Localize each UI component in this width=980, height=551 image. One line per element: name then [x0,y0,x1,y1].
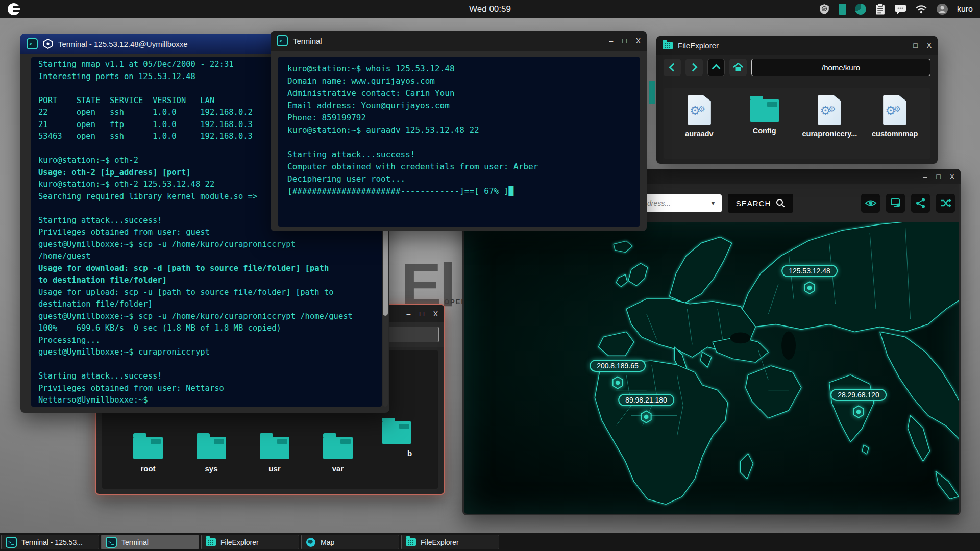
map-pin[interactable]: 89.98.21.180 [618,394,674,423]
map-pin[interactable]: 125.53.12.48 [781,265,838,294]
folder-item[interactable]: usr [243,433,306,473]
file-item[interactable]: ⚙⚙ curaproniccry... [797,95,863,159]
terminal-line: kuro@station:~$ whois 125.53.12.48 [287,63,630,75]
share-network-button[interactable] [911,194,930,213]
close-button[interactable]: X [433,310,438,317]
file-item[interactable]: ⚙⚙ auraadv [667,95,732,159]
terminal-line [38,359,375,371]
folder-item-partial[interactable]: b [382,417,411,444]
home-button[interactable] [729,59,747,76]
folder-icon [663,42,673,49]
home-icon [733,63,743,72]
close-button[interactable]: X [636,37,641,44]
map-pin[interactable]: 200.8.189.65 [590,360,646,389]
up-button[interactable] [707,59,725,76]
terminal-line: Computer obtained with credentials from … [287,161,630,173]
folder-icon [382,421,411,444]
terminal-window: >_ Terminal – □ X kuro@station:~$ whois … [271,31,647,231]
wifi-icon[interactable] [915,4,927,14]
terminal-line: guest@Uymillboxxe:~$ scp -u /home/kuro/c… [38,239,375,251]
minimize-button[interactable]: – [406,310,410,317]
terminal-line: Privileges obtained from user: Nettarso [38,383,375,395]
terminal-line: guest@Uymillboxxe:~$ curaproniccrypt [38,346,375,359]
close-button[interactable]: X [950,173,954,180]
folder-item[interactable]: sys [180,433,243,473]
terminal-line: Domain name: www.qurijayos.com [287,75,630,87]
terminal-icon: >_ [6,537,17,548]
folder-item[interactable]: root [116,433,180,473]
terminal-output[interactable]: kuro@station:~$ whois 125.53.12.48 Domai… [278,57,640,227]
shuffle-icon [940,197,952,209]
file-explorer-toolbar: /home/kuro [656,55,938,79]
battery-icon[interactable] [839,4,846,15]
terminal-line: Starting attack...success! [287,148,630,161]
path-field[interactable]: /home/kuro [751,59,930,76]
chevron-left-icon [669,63,678,72]
folder-label: b [407,449,412,458]
map-pin[interactable]: 28.29.68.120 [830,389,887,418]
system-topbar: Wed 00:59 kuro [0,0,980,18]
search-icon [776,198,785,208]
terminal-line: Phone: 859199792 [287,112,630,124]
terminal-line: Processing... [38,335,375,347]
background-folder-tab [649,81,655,104]
terminal-icon: >_ [27,38,38,49]
minimize-button[interactable]: – [900,42,904,49]
folder-icon [260,437,289,459]
folder-grid: root sys usr var [116,433,370,473]
hexagon-node-icon [640,410,652,423]
file-panel[interactable]: ⚙⚙ auraadv Config ⚙⚙ curaproniccry... ⚙⚙… [664,88,930,159]
security-shield-icon[interactable] [819,4,830,15]
shuffle-route-button[interactable] [936,194,955,213]
terminal-line: Administrative contact: Carin Youn [287,87,630,99]
window-titlebar[interactable]: >_ Terminal – □ X [271,31,647,51]
file-item[interactable]: ⚙⚙ customnmap [862,95,927,159]
resource-pie-icon[interactable] [855,4,866,15]
ip-badge[interactable]: 89.98.21.180 [618,394,674,406]
close-button[interactable]: X [927,42,932,49]
minimize-button[interactable]: – [923,173,927,180]
window-titlebar[interactable]: FileExplorer – □ X [656,36,938,55]
folder-item[interactable]: Config [732,95,797,159]
maximize-button[interactable]: □ [913,42,917,49]
ip-badge[interactable]: 28.29.68.120 [830,389,887,401]
chat-icon[interactable] [894,4,906,15]
taskbar-item-fileexplorer-2[interactable]: FileExplorer [401,535,499,549]
monitor-gear-icon [890,197,902,209]
folder-icon [323,437,353,459]
maximize-button[interactable]: □ [420,310,424,317]
user-avatar[interactable] [936,3,948,15]
forward-button[interactable] [685,59,703,76]
terminal-lines: kuro@station:~$ whois 125.53.12.48 Domai… [287,63,630,197]
ip-search-input[interactable] [642,194,722,212]
visibility-eye-button[interactable] [861,194,880,213]
globe-icon [306,537,316,547]
minimize-button[interactable]: – [609,37,613,44]
taskbar-item-fileexplorer[interactable]: FileExplorer [201,535,299,549]
share-icon [915,197,927,209]
username-label[interactable]: kuro [957,5,973,14]
hexagon-node-icon [803,281,816,294]
folder-label: root [140,464,155,473]
script-file-icon: ⚙⚙ [818,95,841,125]
window-title: Terminal [293,37,322,45]
path-input[interactable] [386,327,439,342]
remote-desktop-button[interactable] [886,194,905,213]
taskbar: >_ Terminal - 125.53... >_ Terminal File… [0,533,980,551]
back-button[interactable] [664,59,681,76]
world-map[interactable]: 125.53.12.48 200.8.189.65 89.98.21 [464,222,959,514]
taskbar-item-map[interactable]: Map [301,535,399,549]
folder-item[interactable]: var [306,433,370,473]
ip-badge[interactable]: 125.53.12.48 [781,265,838,277]
terminal-line: Usage for download: scp -d [path to sour… [38,263,375,275]
window-title: Terminal - 125.53.12.48@Uymillboxxe [58,40,188,48]
taskbar-item-terminal[interactable]: >_ Terminal [101,535,199,549]
ip-badge[interactable]: 200.8.189.65 [590,360,646,372]
maximize-button[interactable]: □ [936,173,940,180]
hexagon-gear-icon [43,39,53,49]
taskbar-item-terminal-remote[interactable]: >_ Terminal - 125.53... [1,535,99,549]
maximize-button[interactable]: □ [622,37,626,44]
search-button[interactable]: SEARCH [728,194,793,213]
folder-icon [206,538,216,546]
missions-clipboard-icon[interactable] [875,3,886,15]
